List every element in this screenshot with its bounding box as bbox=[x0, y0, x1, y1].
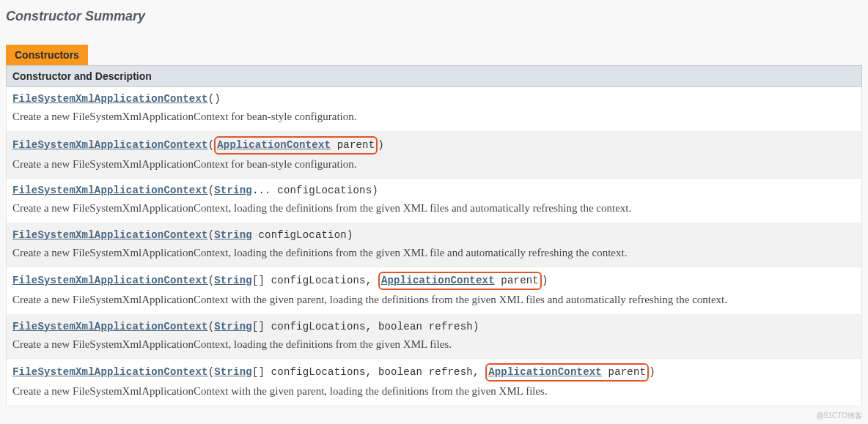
sig-text: [] configLocations, boolean refresh) bbox=[252, 321, 479, 332]
sig-text: ( bbox=[208, 321, 215, 332]
constructor-table: Constructor and Description FileSystemXm… bbox=[6, 65, 862, 406]
constructor-link[interactable]: FileSystemXmlApplicationContext bbox=[12, 275, 208, 286]
constructor-description: Create a new FileSystemXmlApplicationCon… bbox=[12, 336, 856, 353]
highlight-box: ApplicationContext parent bbox=[378, 272, 542, 290]
sig-text: [] configLocations, boolean refresh, bbox=[252, 366, 485, 378]
type-link[interactable]: String bbox=[214, 321, 252, 332]
constructor-description: Create a new FileSystemXmlApplicationCon… bbox=[12, 108, 856, 125]
sig-text: ... configLocations) bbox=[252, 185, 378, 196]
sig-text: ) bbox=[649, 366, 655, 378]
table-row: FileSystemXmlApplicationContext(Applicat… bbox=[7, 131, 862, 179]
type-link[interactable]: ApplicationContext bbox=[381, 275, 495, 286]
constructor-signature: FileSystemXmlApplicationContext(String..… bbox=[12, 183, 856, 198]
constructor-description: Create a new FileSystemXmlApplicationCon… bbox=[12, 245, 856, 261]
sig-text: ) bbox=[378, 139, 384, 151]
constructor-signature: FileSystemXmlApplicationContext(String[]… bbox=[12, 363, 856, 382]
sig-text: ( bbox=[208, 366, 215, 378]
table-row: FileSystemXmlApplicationContext(String c… bbox=[7, 223, 862, 267]
table-header: Constructor and Description bbox=[7, 66, 862, 87]
constructor-link[interactable]: FileSystemXmlApplicationContext bbox=[12, 139, 208, 151]
type-link[interactable]: ApplicationContext bbox=[217, 139, 331, 151]
highlight-box: ApplicationContext parent bbox=[214, 136, 378, 155]
constructor-description: Create a new FileSystemXmlApplicationCon… bbox=[12, 156, 856, 173]
sig-text: parent bbox=[495, 275, 539, 286]
sig-text: () bbox=[208, 93, 221, 105]
constructor-description: Create a new FileSystemXmlApplicationCon… bbox=[12, 383, 856, 400]
sig-text: parent bbox=[331, 139, 375, 151]
type-link[interactable]: String bbox=[214, 275, 252, 286]
constructor-signature: FileSystemXmlApplicationContext(String c… bbox=[12, 228, 856, 243]
constructor-link[interactable]: FileSystemXmlApplicationContext bbox=[12, 93, 208, 105]
sig-text: ( bbox=[208, 229, 215, 241]
table-row: FileSystemXmlApplicationContext(String[]… bbox=[7, 314, 862, 359]
constructor-signature: FileSystemXmlApplicationContext(Applicat… bbox=[12, 136, 856, 155]
table-row: FileSystemXmlApplicationContext(String[]… bbox=[7, 267, 862, 315]
constructor-link[interactable]: FileSystemXmlApplicationContext bbox=[12, 366, 208, 378]
type-link[interactable]: ApplicationContext bbox=[488, 366, 602, 378]
constructor-link[interactable]: FileSystemXmlApplicationContext bbox=[12, 185, 208, 196]
constructor-link[interactable]: FileSystemXmlApplicationContext bbox=[12, 229, 208, 241]
type-link[interactable]: String bbox=[214, 366, 252, 378]
sig-text: ( bbox=[208, 139, 215, 151]
constructor-signature: FileSystemXmlApplicationContext() bbox=[12, 92, 856, 107]
sig-text: [] configLocations, bbox=[252, 275, 378, 286]
type-link[interactable]: String bbox=[214, 229, 252, 241]
sig-text: ) bbox=[542, 275, 548, 286]
constructor-description: Create a new FileSystemXmlApplicationCon… bbox=[12, 291, 856, 308]
sig-text: parent bbox=[602, 366, 646, 378]
type-link[interactable]: String bbox=[214, 185, 252, 196]
table-row: FileSystemXmlApplicationContext(String..… bbox=[7, 179, 862, 223]
table-row: FileSystemXmlApplicationContext(String[]… bbox=[7, 359, 862, 406]
sig-text: ( bbox=[208, 185, 215, 196]
constructors-tab[interactable]: Constructors bbox=[6, 45, 88, 65]
watermark: @51CTO博客 bbox=[817, 411, 862, 412]
constructor-signature: FileSystemXmlApplicationContext(String[]… bbox=[12, 319, 856, 335]
constructor-link[interactable]: FileSystemXmlApplicationContext bbox=[12, 321, 208, 332]
table-row: FileSystemXmlApplicationContext()Create … bbox=[7, 87, 862, 132]
sig-text: ( bbox=[208, 275, 215, 286]
constructor-description: Create a new FileSystemXmlApplicationCon… bbox=[12, 200, 856, 217]
sig-text: configLocation) bbox=[252, 229, 353, 241]
constructor-signature: FileSystemXmlApplicationContext(String[]… bbox=[12, 272, 856, 290]
highlight-box: ApplicationContext parent bbox=[485, 363, 649, 382]
section-title: Constructor Summary bbox=[6, 9, 862, 24]
